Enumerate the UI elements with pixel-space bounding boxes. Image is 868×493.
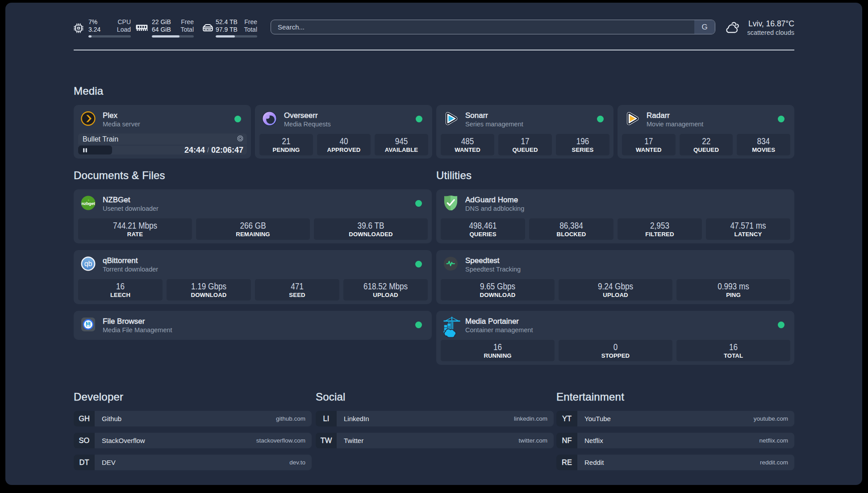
card-header: Plex Media server bbox=[81, 111, 140, 128]
time-separator: / bbox=[205, 146, 211, 154]
service-card-adguard-home[interactable]: AdGuard Home DNS and adblocking 498,461 … bbox=[436, 189, 794, 243]
stat-label: DOWNLOAD bbox=[167, 291, 251, 299]
stat-label: UPLOAD bbox=[559, 291, 672, 299]
card-titles: Speedtest Speedtest Tracking bbox=[465, 256, 521, 273]
card-header: Overseerr Media Requests bbox=[262, 111, 331, 128]
stat-available: 945 AVAILABLE bbox=[375, 134, 428, 155]
bookmark-linkedin[interactable]: LI LinkedIn linkedin.com bbox=[316, 411, 554, 426]
bookmark-url: reddit.com bbox=[760, 459, 794, 466]
service-card-sonarr[interactable]: Sonarr Series management 485 WANTED 17 Q… bbox=[436, 105, 613, 159]
resource-line: 22 GiBFree bbox=[152, 18, 194, 26]
progress-fill bbox=[152, 35, 179, 38]
search-input[interactable] bbox=[271, 20, 694, 34]
memory-icon bbox=[136, 24, 148, 34]
service-name: Plex bbox=[103, 111, 140, 120]
stat-label: BLOCKED bbox=[529, 230, 613, 238]
service-description: Media server bbox=[103, 120, 140, 128]
stat-label: TOTAL bbox=[676, 352, 790, 359]
progress-fill bbox=[88, 35, 92, 38]
service-card-plex[interactable]: Plex Media server Bullet Train bbox=[74, 105, 251, 159]
bookmark-netflix[interactable]: NF Netflix netflix.com bbox=[556, 433, 794, 448]
stat-value: 9.24 Gbps bbox=[565, 281, 665, 291]
plex-icon bbox=[81, 111, 96, 126]
service-card-radarr[interactable]: Radarr Movie management 17 WANTED 22 QUE… bbox=[618, 105, 794, 159]
search-provider-button[interactable]: G bbox=[694, 20, 715, 34]
speedtest-icon bbox=[443, 256, 458, 271]
bookmark-twitter[interactable]: TW Twitter twitter.com bbox=[316, 433, 554, 448]
service-card-nzbget[interactable]: nzbget NZBGet Usenet downloader 744.21 M… bbox=[74, 189, 432, 243]
service-card-qbittorrent[interactable]: qb qBittorrent Torrent downloader 16 LEE… bbox=[74, 250, 432, 304]
search-provider-label: G bbox=[701, 23, 707, 32]
adguard-icon bbox=[443, 196, 458, 210]
bookmark-stackoverflow[interactable]: SO StackOverflow stackoverflow.com bbox=[74, 433, 312, 448]
stat-latency: 47.571 ms LATENCY bbox=[706, 218, 790, 240]
stat-label: DOWNLOADED bbox=[314, 230, 428, 238]
playback-position: 24:44 bbox=[184, 146, 205, 155]
card-titles: NZBGet Usenet downloader bbox=[103, 195, 159, 213]
cpu-label: CPU bbox=[117, 18, 131, 26]
service-card-speedtest[interactable]: Speedtest Speedtest Tracking 9.65 Gbps D… bbox=[436, 250, 794, 304]
service-name: AdGuard Home bbox=[465, 195, 524, 205]
memory-total: 64 GiB bbox=[152, 26, 171, 33]
section-title-utilities: Utilities bbox=[436, 169, 472, 182]
bookmark-bar: Netflix netflix.com bbox=[577, 433, 794, 448]
card-titles: AdGuard Home DNS and adblocking bbox=[465, 195, 524, 213]
svg-text:nzbget: nzbget bbox=[82, 201, 96, 206]
stat-value: 485 bbox=[444, 136, 491, 146]
service-description: Media File Management bbox=[103, 326, 172, 334]
section-title-documents: Documents & Files bbox=[74, 169, 165, 182]
weather-widget[interactable]: Lviv, 16.87°C scattered clouds bbox=[725, 19, 794, 37]
service-name: Radarr bbox=[647, 111, 703, 120]
status-dot bbox=[415, 322, 422, 328]
stat-series: 196 SERIES bbox=[556, 134, 609, 155]
service-description: Speedtest Tracking bbox=[465, 265, 521, 273]
bookmark-youtube[interactable]: YT YouTube youtube.com bbox=[556, 411, 794, 426]
stat-blocked: 86,384 BLOCKED bbox=[529, 218, 613, 240]
stat-running: 16 RUNNING bbox=[441, 340, 555, 361]
service-card-portainer[interactable]: Media Portainer Container management 16 … bbox=[436, 311, 794, 365]
service-name: Media Portainer bbox=[465, 317, 533, 326]
pause-button[interactable] bbox=[78, 146, 112, 155]
stat-value: 0.993 ms bbox=[683, 281, 783, 291]
stat-rate: 744.21 Mbps RATE bbox=[78, 218, 192, 240]
stat-value: 945 bbox=[378, 136, 425, 146]
card-titles: Sonarr Series management bbox=[465, 111, 523, 128]
stat-wanted: 17 WANTED bbox=[622, 134, 676, 155]
bookmark-abbr: RE bbox=[556, 455, 577, 470]
cpu-loadavg: 3.24 bbox=[88, 26, 100, 33]
bookmark-abbr: TW bbox=[316, 433, 337, 448]
bookmark-github[interactable]: GH Github github.com bbox=[74, 411, 312, 426]
radarr-icon bbox=[625, 111, 639, 126]
stat-value: 17 bbox=[625, 136, 672, 146]
bookmark-bar: YouTube youtube.com bbox=[577, 411, 794, 426]
stat-value: 22 bbox=[683, 136, 730, 146]
sonarr-icon bbox=[443, 111, 458, 126]
resource-line: 3.24Load bbox=[88, 26, 131, 33]
service-description: DNS and adblocking bbox=[465, 205, 524, 213]
bookmark-abbr: SO bbox=[74, 433, 95, 448]
status-dot bbox=[234, 116, 241, 122]
service-name: Sonarr bbox=[465, 111, 523, 120]
service-description: Usenet downloader bbox=[103, 205, 159, 213]
stat-value: 16 bbox=[683, 342, 783, 352]
section-title-developer: Developer bbox=[74, 391, 123, 403]
stat-total: 16 TOTAL bbox=[676, 340, 790, 361]
bookmark-reddit[interactable]: RE Reddit reddit.com bbox=[556, 455, 794, 470]
stat-value: 498,461 bbox=[446, 221, 520, 230]
stat-leech: 16 LEECH bbox=[78, 279, 163, 301]
bookmark-name: Github bbox=[95, 415, 276, 422]
service-card-filebrowser[interactable]: File Browser Media File Management bbox=[74, 311, 432, 340]
stat-value: 744.21 Mbps bbox=[85, 221, 185, 230]
card-header: Radarr Movie management bbox=[625, 111, 703, 128]
bookmark-dev[interactable]: DT DEV dev.to bbox=[74, 455, 312, 470]
stat-label: RUNNING bbox=[441, 352, 555, 359]
stat-value: 9.65 Gbps bbox=[447, 281, 547, 291]
card-header: Sonarr Series management bbox=[443, 111, 523, 128]
weather-location-temp: Lviv, 16.87°C bbox=[748, 19, 794, 29]
bookmark-url: stackoverflow.com bbox=[256, 437, 312, 444]
stat-label: SERIES bbox=[556, 146, 609, 154]
stat-value: 39.6 TB bbox=[321, 221, 421, 230]
cpu-load-label: Load bbox=[117, 26, 131, 33]
service-name: qBittorrent bbox=[103, 256, 158, 265]
service-card-overseerr[interactable]: Overseerr Media Requests 21 PENDING 40 A… bbox=[255, 105, 432, 159]
